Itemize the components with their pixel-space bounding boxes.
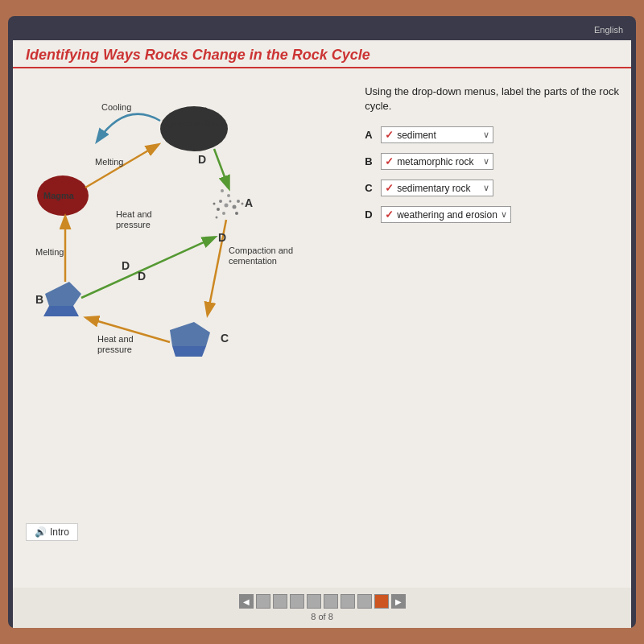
svg-point-12 — [221, 189, 224, 192]
igneous-to-sediment-arrow — [214, 149, 229, 188]
cooling-label: Cooling — [101, 102, 131, 112]
svg-point-11 — [242, 203, 244, 205]
svg-point-9 — [216, 217, 218, 219]
speaker-icon: 🔊 — [35, 526, 47, 538]
dropdown-a-arrow: ∨ — [483, 130, 489, 140]
c-rock-shape — [170, 322, 210, 357]
heat-pressure-bottom-label: Heat and — [97, 334, 134, 344]
title-bar: Identifying Ways Rocks Change in the Roc… — [13, 40, 631, 68]
c-label: C — [221, 332, 229, 345]
screen: Identifying Ways Rocks Change in the Roc… — [13, 40, 631, 628]
nav-page-3[interactable] — [290, 594, 304, 609]
nav-row: ◀ ▶ — [239, 594, 406, 609]
svg-point-0 — [219, 200, 222, 203]
d-label-bottom: D — [138, 270, 146, 283]
dropdown-d-label: D — [365, 208, 378, 221]
d-label-middle: D — [122, 259, 130, 272]
nav-page-2[interactable] — [273, 594, 287, 609]
svg-point-3 — [229, 200, 232, 203]
compaction-label: Compaction and — [229, 246, 293, 255]
svg-point-1 — [225, 204, 229, 208]
melting-bottom-label: Melting — [35, 247, 64, 257]
check-c: ✓ — [385, 182, 394, 194]
nav-page-8[interactable] — [374, 594, 389, 609]
heat-pressure-top-label2: pressure — [116, 220, 151, 229]
dropdown-b-text: metamorphic rock — [397, 156, 480, 167]
heat-pressure-bottom-label2: pressure — [97, 345, 132, 354]
dropdown-c-arrow: ∨ — [483, 183, 489, 193]
dropdown-b[interactable]: ✓ metamorphic rock ∨ — [381, 153, 493, 170]
svg-marker-15 — [170, 322, 210, 346]
svg-point-7 — [237, 200, 240, 203]
magma-label: Magma — [43, 191, 75, 200]
b-to-sediment-arrow — [81, 237, 214, 298]
dropdown-row-c: C ✓ sedimentary rock ∨ — [365, 180, 623, 196]
svg-point-2 — [217, 208, 220, 211]
igneous-rock-shape — [160, 106, 228, 151]
b-label: B — [35, 293, 43, 306]
d-label-top: D — [198, 153, 206, 166]
instruction-text: Using the drop-down menus, label the par… — [365, 85, 623, 114]
next-button[interactable]: ▶ — [391, 594, 406, 609]
dropdown-c-label: C — [365, 182, 378, 194]
dropdown-b-arrow: ∨ — [483, 156, 489, 167]
svg-marker-13 — [45, 282, 81, 306]
check-d: ✓ — [385, 208, 394, 221]
nav-page-5[interactable] — [324, 594, 338, 609]
sediment-shape — [213, 189, 244, 219]
svg-point-5 — [233, 205, 237, 209]
b-rock-shape — [43, 282, 81, 316]
igneous-rock-label: Igneous Rock — [166, 118, 225, 128]
bottom-content: 🔊 Intro — [13, 559, 631, 588]
diagram-area: Igneous Rock Magma — [21, 76, 357, 551]
svg-point-10 — [235, 212, 238, 215]
dropdown-a-label: A — [365, 129, 378, 141]
dropdown-c[interactable]: ✓ sedimentary rock ∨ — [381, 180, 493, 196]
bottom-nav: ◀ ▶ 8 of 8 — [13, 588, 631, 628]
nav-page-4[interactable] — [307, 594, 321, 609]
dropdown-d-arrow: ∨ — [501, 209, 507, 220]
intro-button[interactable]: 🔊 Intro — [26, 523, 78, 541]
language-label: English — [594, 25, 623, 35]
svg-point-8 — [227, 194, 230, 197]
page-title: Identifying Ways Rocks Change in the Roc… — [26, 47, 618, 64]
dropdown-d[interactable]: ✓ weathering and erosion ∨ — [381, 206, 511, 223]
compaction-label2: cementation — [229, 256, 277, 266]
monitor-frame: English Identifying Ways Rocks Change in… — [8, 16, 636, 628]
a-label: A — [245, 196, 253, 209]
heat-pressure-top-label: Heat and — [116, 209, 152, 219]
check-a: ✓ — [385, 129, 394, 141]
svg-marker-14 — [43, 306, 79, 316]
dropdown-a[interactable]: ✓ sediment ∨ — [381, 126, 493, 143]
dropdown-b-label: B — [365, 155, 378, 167]
intro-button-label: Intro — [50, 526, 69, 538]
svg-point-6 — [213, 203, 216, 205]
check-b: ✓ — [385, 155, 394, 167]
nav-page-7[interactable] — [357, 594, 372, 609]
dropdown-row-b: B ✓ metamorphic rock ∨ — [365, 153, 623, 170]
right-panel: Using the drop-down menus, label the par… — [365, 76, 623, 551]
nav-page-1[interactable] — [256, 594, 270, 609]
rock-cycle-diagram: Igneous Rock Magma — [21, 76, 311, 382]
d-label-compaction: D — [218, 231, 226, 244]
dropdown-a-text: sediment — [397, 130, 480, 141]
dropdown-c-text: sedimentary rock — [397, 183, 480, 194]
nav-page-6[interactable] — [341, 594, 355, 609]
svg-marker-16 — [172, 346, 206, 357]
page-number: 8 of 8 — [311, 612, 333, 621]
svg-point-4 — [222, 212, 225, 215]
cooling-arrow — [97, 114, 160, 141]
prev-button[interactable]: ◀ — [239, 594, 254, 609]
top-bar: English — [13, 21, 631, 39]
dropdown-row-a: A ✓ sediment ∨ — [365, 126, 623, 143]
dropdown-row-d: D ✓ weathering and erosion ∨ — [365, 206, 623, 223]
dropdown-d-text: weathering and erosion — [397, 209, 497, 221]
melting-top-label: Melting — [95, 157, 123, 167]
content-area: Igneous Rock Magma — [13, 68, 631, 559]
